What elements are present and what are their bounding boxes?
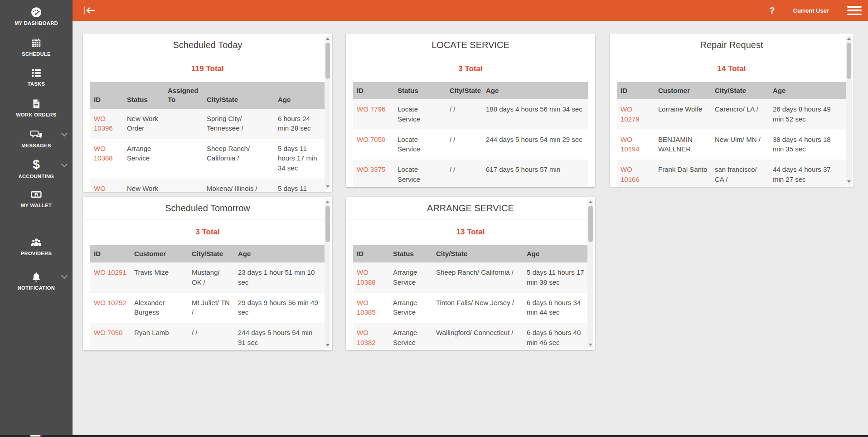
id-cell: WO 7050 xyxy=(90,323,131,350)
sidebar-item-label: TASKS xyxy=(0,81,73,87)
column-header: Age xyxy=(769,82,846,99)
table-cell: 29 days 9 hours 56 min 49 sec xyxy=(234,293,325,323)
table-row: WO 10291Travis MizeMustang/ OK /23 days … xyxy=(90,262,325,293)
card-scheduled-today: Scheduled Today 119 Total IDStatusAssign… xyxy=(83,34,332,192)
help-icon[interactable]: ? xyxy=(769,5,775,16)
sidebar-item-tasks[interactable]: TASKS xyxy=(0,66,73,87)
work-order-id-link[interactable]: WO 7050 xyxy=(94,329,122,336)
scroll-up-arrow-icon[interactable] xyxy=(325,36,330,42)
table-cell: Arrange Service xyxy=(389,323,432,350)
partial-taskbar-icon xyxy=(30,435,42,437)
table-cell: 23 days 1 hour 51 min 10 sec xyxy=(234,262,325,293)
work-order-id-link[interactable]: WO 10387 xyxy=(94,185,113,192)
table-cell: Locate Service xyxy=(394,160,446,187)
table-row: WO 7050Ryan Lamb/ /244 days 5 hours 54 m… xyxy=(90,323,325,350)
table-cell: Ryan Lamb xyxy=(131,323,188,350)
scrollbar[interactable] xyxy=(325,199,330,348)
table-cell: 6 hours 24 min 28 sec xyxy=(274,109,325,139)
work-order-id-link[interactable]: WO 10396 xyxy=(94,115,113,132)
table-cell: / / xyxy=(446,160,482,187)
table-cell xyxy=(164,179,203,192)
scroll-up-arrow-icon[interactable] xyxy=(846,36,852,42)
id-cell: WO 10252 xyxy=(90,293,131,323)
table-cell: Sheep Ranch/ California / xyxy=(432,262,523,293)
table-cell: 244 days 5 hours 54 min 31 sec xyxy=(234,323,325,350)
sidebar-item-notification[interactable]: NOTIFICATION xyxy=(0,270,73,291)
column-header: City/State xyxy=(711,82,769,99)
scrollbar[interactable] xyxy=(587,199,593,348)
table-cell: Frank Dal Santo xyxy=(655,160,711,187)
sidebar-item-schedule[interactable]: SCHEDULE xyxy=(0,36,73,57)
card-repair-request: Repair Request 14 Total IDCustomerCity/S… xyxy=(610,34,853,187)
card-scheduled-tomorrow: Scheduled Tomorrow 3 Total IDCustomerCit… xyxy=(83,197,332,350)
table-cell: 38 days 4 hours 18 min 35 sec xyxy=(769,130,846,160)
dashboard-gauge-icon xyxy=(0,5,73,18)
work-order-id-link[interactable]: WO 10382 xyxy=(357,329,376,346)
work-order-id-link[interactable]: WO 10388 xyxy=(94,145,113,162)
scroll-up-arrow-icon[interactable] xyxy=(325,199,330,205)
card-total-count: 14 Total xyxy=(610,56,853,82)
table-cell: New Work Order xyxy=(123,179,164,192)
work-order-id-link[interactable]: WO 10279 xyxy=(621,105,640,122)
table-cell: / / xyxy=(446,99,482,130)
table-row: WO 10387New Work OrderMokena/ Illinois /… xyxy=(90,179,325,192)
scroll-down-arrow-icon[interactable] xyxy=(325,342,330,348)
table-cell: Lorraine Wolfe xyxy=(655,99,711,130)
table-cell: 5 days 11 hours 28 min xyxy=(274,179,325,192)
table-cell: 6 days 6 hours 34 min 44 sec xyxy=(523,293,588,323)
id-cell: WO 10388 xyxy=(353,262,389,293)
work-order-id-link[interactable]: WO 3375 xyxy=(357,165,385,173)
sidebar-item-work-orders[interactable]: WORK ORDERS xyxy=(0,97,73,117)
task-list-icon xyxy=(0,66,73,79)
work-order-id-link[interactable]: WO 10291 xyxy=(94,268,126,276)
column-header: ID xyxy=(353,245,389,262)
table-row: WO 10279Lorraine WolfeCarencro/ LA /26 d… xyxy=(617,99,846,130)
current-user-menu[interactable]: Current User xyxy=(793,7,829,14)
column-header: City/State xyxy=(203,82,274,109)
scroll-down-arrow-icon[interactable] xyxy=(325,184,330,189)
work-order-id-link[interactable]: WO 10388 xyxy=(357,268,376,286)
scroll-up-arrow-icon[interactable] xyxy=(587,199,593,205)
column-header: City/State xyxy=(432,245,523,262)
table-cell: Sheep Ranch/ California / xyxy=(203,139,274,179)
people-group-icon xyxy=(0,236,73,248)
sidebar-item-my-dashboard[interactable]: MY DASHBOARD xyxy=(0,5,73,26)
table-cell: Wallingford/ Connecticut / xyxy=(432,323,523,350)
scroll-thumb[interactable] xyxy=(325,43,330,79)
table-cell: Mokena/ Illinois / xyxy=(203,179,274,192)
hamburger-menu-icon[interactable] xyxy=(847,6,862,15)
sidebar-item-messages[interactable]: MESSAGES xyxy=(0,128,73,148)
card-total-count: 3 Total xyxy=(346,56,595,82)
card-title: Scheduled Tomorrow xyxy=(83,197,332,219)
document-icon xyxy=(0,97,73,110)
work-order-id-link[interactable]: WO 10385 xyxy=(357,299,376,316)
scrollbar[interactable] xyxy=(325,36,330,189)
sidebar-item-label: MESSAGES xyxy=(0,143,73,148)
table-row: WO 10388Arrange ServiceSheep Ranch/ Cali… xyxy=(90,139,325,179)
work-orders-table: IDStatusAssigned ToCity/StateAgeWO 10396… xyxy=(90,82,325,192)
sidebar-item-accounting[interactable]: $ACCOUNTING xyxy=(0,159,73,179)
id-cell: WO 10166 xyxy=(617,160,655,187)
work-order-id-link[interactable]: WO 10166 xyxy=(621,165,640,183)
scrollbar[interactable] xyxy=(846,36,852,185)
sidebar-item-my-wallet[interactable]: 1MY WALLET xyxy=(0,188,73,208)
scroll-thumb[interactable] xyxy=(847,43,851,79)
scroll-thumb[interactable] xyxy=(325,206,330,242)
id-cell: WO 10291 xyxy=(90,262,131,293)
sidebar-item-label: WORK ORDERS xyxy=(0,112,73,117)
work-order-id-link[interactable]: WO 10194 xyxy=(621,136,640,153)
id-cell: WO 10388 xyxy=(90,139,123,179)
column-header: Customer xyxy=(655,82,711,99)
money-bill-icon: 1 xyxy=(0,188,73,200)
id-cell: WO 7050 xyxy=(353,130,394,160)
scroll-down-arrow-icon[interactable] xyxy=(846,179,852,185)
scroll-down-arrow-icon[interactable] xyxy=(587,342,593,348)
work-order-id-link[interactable]: WO 7050 xyxy=(357,136,385,143)
collapse-left-icon[interactable] xyxy=(83,6,96,16)
work-orders-table: IDCustomerCity/StateAgeWO 10291Travis Mi… xyxy=(90,245,325,350)
work-order-id-link[interactable]: WO 7796 xyxy=(357,105,385,113)
column-header: Age xyxy=(274,82,325,109)
work-order-id-link[interactable]: WO 10252 xyxy=(94,299,126,306)
sidebar-item-providers[interactable]: PROVIDERS xyxy=(0,236,73,256)
scroll-thumb[interactable] xyxy=(588,206,593,242)
